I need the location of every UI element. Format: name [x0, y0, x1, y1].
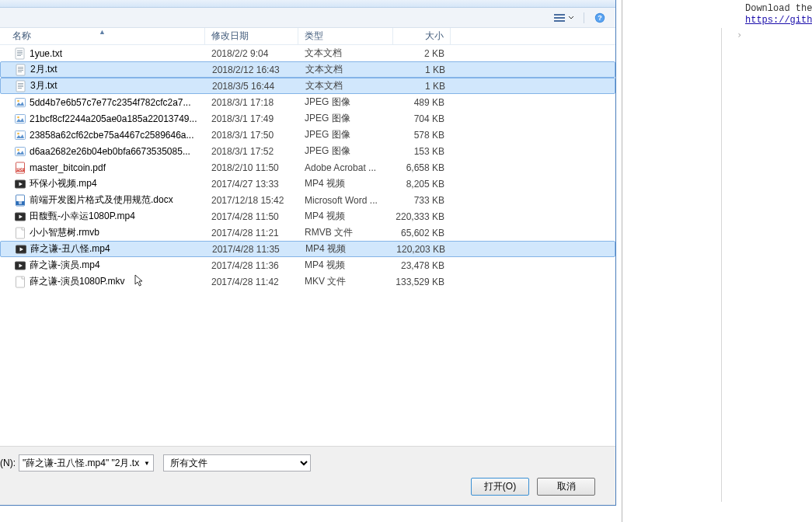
view-mode-button[interactable] [550, 11, 577, 25]
dialog-bottom-bar: (N): ▼ 所有文件 打开(O) 取消 [0, 446, 615, 505]
file-row[interactable]: 2月.txt2018/2/12 16:43文本文档1 KB [0, 61, 615, 78]
column-header-type[interactable]: 类型 [298, 28, 393, 44]
file-type-cell: MP4 视频 [299, 242, 394, 256]
file-row[interactable]: 前端开发图片格式及使用规范.docx2017/12/18 15:42Micros… [0, 192, 615, 208]
file-type-cell: MP4 视频 [298, 210, 393, 223]
file-row[interactable]: 5dd4b7e6b57c7e77c2354f782cfc2a7...2018/3… [0, 94, 615, 110]
file-date-cell: 2017/12/18 15:42 [205, 195, 298, 206]
file-type-cell: MP4 视频 [298, 259, 393, 272]
side-text-link[interactable]: https://githu [745, 15, 812, 26]
file-name-cell: 2月.txt [1, 63, 206, 76]
img-file-icon [14, 145, 26, 158]
file-date-cell: 2018/3/1 17:50 [205, 130, 298, 141]
file-name-cell: master_bitcoin.pdf [0, 162, 205, 174]
txt-file-icon [15, 64, 27, 76]
side-panel-text: Download the https://githu [745, 3, 812, 26]
file-size-cell: 733 KB [393, 195, 451, 206]
side-text-line: Download the [745, 3, 812, 14]
column-headers: 名称 ▲ 修改日期 类型 大小 [0, 28, 615, 45]
file-type-cell: Microsoft Word ... [298, 195, 393, 206]
vid-file-icon [14, 259, 26, 272]
file-type-cell: JPEG 图像 [298, 144, 393, 158]
file-size-cell: 133,529 KB [393, 277, 451, 287]
txt-file-icon [14, 47, 26, 60]
file-size-cell: 220,333 KB [393, 211, 451, 222]
file-name-text: 薛之谦-演员.mp4 [30, 259, 100, 272]
vid-file-icon [15, 243, 27, 256]
gutter-arrow-icon: › [737, 30, 742, 40]
help-button[interactable]: ? [591, 11, 609, 25]
file-name-text: 3月.txt [30, 79, 58, 92]
file-size-cell: 23,478 KB [393, 260, 451, 271]
file-size-cell: 120,203 KB [394, 244, 451, 255]
file-row[interactable]: 薛之谦-演员1080P.mkv2017/4/28 11:42MKV 文件133,… [0, 273, 615, 290]
file-row[interactable]: 小小智慧树.rmvb2017/4/28 11:21RMVB 文件65,602 K… [0, 224, 615, 241]
file-row[interactable]: d6aa2682e26b04eb0bfa6673535085...2018/3/… [0, 143, 615, 159]
filename-input[interactable] [19, 454, 154, 472]
vid-file-icon [14, 211, 26, 223]
file-row[interactable]: 薛之谦-演员.mp42017/4/28 11:36MP4 视频23,478 KB [0, 257, 615, 273]
file-type-cell: 文本文档 [299, 79, 394, 92]
file-row[interactable]: 1yue.txt2018/2/2 9:04文本文档2 KB [0, 45, 615, 61]
file-file-icon [14, 227, 26, 239]
file-type-cell: 文本文档 [299, 63, 394, 76]
dialog-toolbar: ? [0, 8, 615, 28]
cancel-button[interactable]: 取消 [537, 478, 595, 496]
file-name-text: 5dd4b7e6b57c7e77c2354f782cfc2a7... [30, 97, 191, 108]
txt-file-icon [15, 80, 27, 92]
file-row[interactable]: 田馥甄-小幸运1080P.mp42017/4/28 11:50MP4 视频220… [0, 208, 615, 224]
file-row[interactable]: 薛之谦-丑八怪.mp42017/4/28 11:35MP4 视频120,203 … [0, 241, 615, 257]
sort-asc-icon: ▲ [99, 28, 106, 36]
view-list-icon [553, 12, 566, 24]
background-divider-2 [721, 28, 722, 502]
file-name-text: 田馥甄-小幸运1080P.mp4 [30, 210, 135, 223]
column-header-size[interactable]: 大小 [393, 28, 451, 44]
file-type-cell: Adobe Acrobat ... [298, 162, 393, 173]
file-name-cell: 环保小视频.mp4 [0, 177, 205, 190]
file-date-cell: 2017/4/28 11:35 [206, 244, 299, 255]
file-date-cell: 2018/3/5 16:44 [206, 81, 299, 92]
file-date-cell: 2017/4/28 11:42 [205, 277, 298, 287]
column-header-type-label: 类型 [305, 30, 323, 43]
file-row[interactable]: 环保小视频.mp42017/4/27 13:33MP4 视频8,205 KB [0, 176, 615, 192]
file-name-text: 前端开发图片格式及使用规范.docx [30, 193, 173, 207]
filename-label: (N): [0, 458, 19, 468]
pdf-file-icon [14, 162, 26, 174]
file-name-cell: 前端开发图片格式及使用规范.docx [0, 193, 205, 207]
svg-text:?: ? [598, 14, 602, 22]
chevron-down-icon [568, 15, 574, 21]
file-name-text: master_bitcoin.pdf [30, 162, 106, 173]
file-date-cell: 2018/3/1 17:52 [205, 146, 298, 157]
open-button[interactable]: 打开(O) [471, 478, 529, 496]
file-type-cell: MP4 视频 [298, 177, 393, 190]
vid-file-icon [14, 178, 26, 190]
file-row[interactable]: 21bcf8cf2244a205ae0a185a22013749...2018/… [0, 110, 615, 127]
file-date-cell: 2018/2/10 11:50 [205, 162, 298, 173]
filename-dropdown-icon[interactable]: ▼ [141, 457, 152, 469]
svg-rect-2 [554, 20, 565, 22]
file-size-cell: 704 KB [393, 113, 451, 124]
file-date-cell: 2017/4/28 11:36 [205, 260, 298, 271]
file-name-text: 薛之谦-演员1080P.mkv [30, 275, 124, 288]
file-row[interactable]: 3月.txt2018/3/5 16:44文本文档1 KB [0, 78, 615, 94]
file-type-cell: MKV 文件 [298, 275, 393, 288]
file-list-view: 名称 ▲ 修改日期 类型 大小 1yue.txt2018/2/2 9:04文本文… [0, 28, 615, 446]
file-size-cell: 1 KB [394, 64, 451, 75]
background-divider [622, 0, 622, 522]
file-row[interactable]: 23858a62cf62cbe75a4467c2589646a...2018/3… [0, 127, 615, 143]
file-row[interactable]: master_bitcoin.pdf2018/2/10 11:50Adobe A… [0, 159, 615, 176]
file-list[interactable]: 1yue.txt2018/2/2 9:04文本文档2 KB2月.txt2018/… [0, 45, 615, 446]
file-type-cell: JPEG 图像 [298, 112, 393, 125]
file-size-cell: 8,205 KB [393, 179, 451, 190]
column-header-date[interactable]: 修改日期 [205, 28, 298, 44]
file-size-cell: 489 KB [393, 97, 451, 108]
file-date-cell: 2018/3/1 17:18 [205, 97, 298, 108]
file-size-cell: 578 KB [393, 130, 451, 141]
file-size-cell: 1 KB [394, 81, 451, 92]
img-file-icon [14, 129, 26, 141]
file-type-filter[interactable]: 所有文件 [163, 454, 311, 472]
file-name-cell: 3月.txt [1, 79, 206, 92]
file-name-cell: 田馥甄-小幸运1080P.mp4 [0, 210, 205, 223]
column-header-name[interactable]: 名称 ▲ [0, 28, 205, 44]
file-name-cell: 小小智慧树.rmvb [0, 226, 205, 239]
